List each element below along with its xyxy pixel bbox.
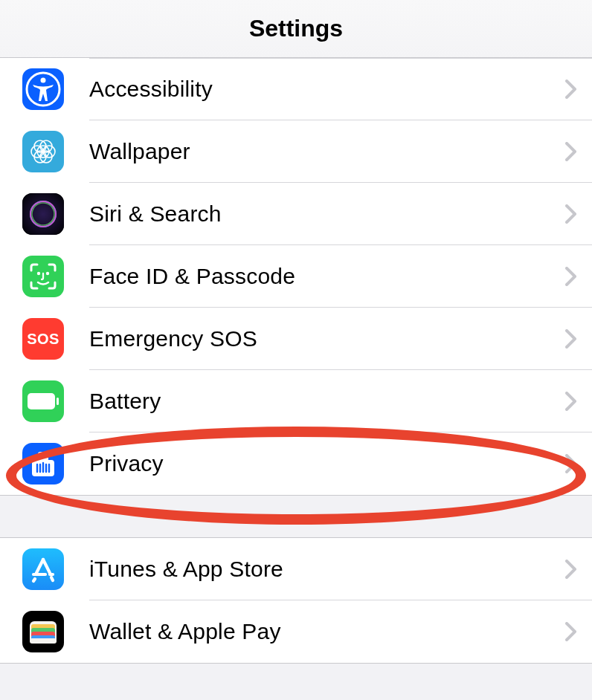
chevron-right-icon <box>565 392 577 411</box>
chevron-right-icon <box>565 454 577 473</box>
navbar: Settings <box>0 0 592 58</box>
settings-row-sos[interactable]: SOS Emergency SOS <box>0 308 592 370</box>
settings-row-faceid[interactable]: Face ID & Passcode <box>0 245 592 308</box>
row-label: Wallpaper <box>89 139 565 164</box>
row-label: Wallet & Apple Pay <box>89 619 565 644</box>
row-label: Battery <box>89 389 565 414</box>
svg-line-24 <box>36 560 43 573</box>
accessibility-icon <box>22 68 64 110</box>
settings-row-siri[interactable]: Siri & Search <box>0 183 592 245</box>
page-title: Settings <box>249 15 343 42</box>
chevron-right-icon <box>565 204 577 224</box>
settings-row-battery[interactable]: Battery <box>0 370 592 432</box>
chevron-right-icon <box>565 560 577 579</box>
row-label: Emergency SOS <box>89 326 565 351</box>
wallet-icon <box>22 611 64 652</box>
row-label: Face ID & Passcode <box>89 264 565 289</box>
svg-point-1 <box>41 78 46 83</box>
appstore-icon <box>22 548 64 590</box>
chevron-right-icon <box>565 267 577 286</box>
svg-line-25 <box>43 560 50 573</box>
svg-rect-15 <box>28 393 55 409</box>
svg-rect-35 <box>30 638 57 644</box>
settings-group-1: Accessibility Wallpaper <box>0 58 592 496</box>
row-label: Siri & Search <box>89 201 565 227</box>
svg-line-29 <box>51 577 53 580</box>
settings-group-2: iTunes & App Store Wallet & Apple Pay <box>0 537 592 664</box>
row-label: Accessibility <box>89 77 565 102</box>
wallpaper-icon <box>22 131 64 172</box>
settings-row-accessibility[interactable]: Accessibility <box>0 58 592 120</box>
svg-point-13 <box>37 272 40 275</box>
privacy-icon <box>22 443 64 485</box>
sos-icon: SOS <box>22 318 64 360</box>
svg-rect-9 <box>22 193 64 235</box>
settings-row-wallpaper[interactable]: Wallpaper <box>0 120 592 183</box>
chevron-right-icon <box>565 142 577 161</box>
settings-row-privacy[interactable]: Privacy <box>0 432 592 495</box>
chevron-right-icon <box>565 622 577 641</box>
row-label: iTunes & App Store <box>89 557 565 582</box>
row-label: Privacy <box>89 451 565 476</box>
settings-row-wallet[interactable]: Wallet & Apple Pay <box>0 600 592 663</box>
battery-icon <box>22 380 64 422</box>
settings-row-appstore[interactable]: iTunes & App Store <box>0 538 592 600</box>
chevron-right-icon <box>565 329 577 349</box>
svg-point-14 <box>46 272 49 275</box>
faceid-icon <box>22 256 64 297</box>
svg-line-28 <box>33 579 35 581</box>
svg-rect-16 <box>57 398 59 405</box>
siri-icon <box>22 193 64 235</box>
chevron-right-icon <box>565 80 577 99</box>
